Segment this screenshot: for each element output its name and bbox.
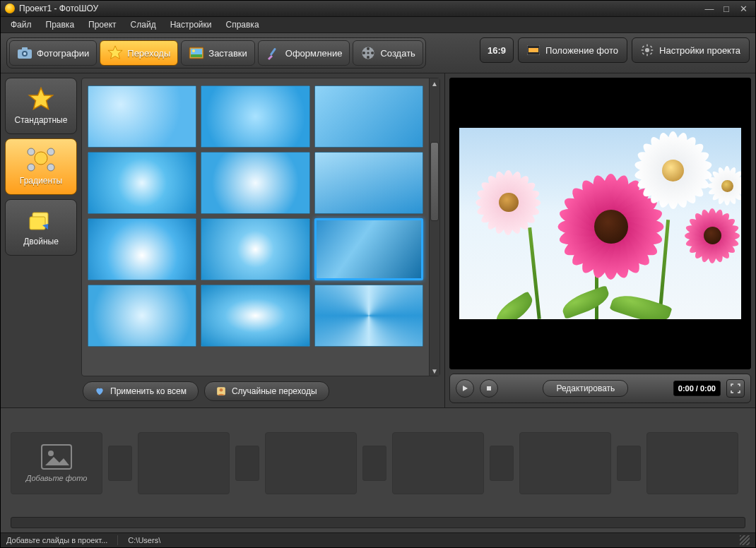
maximize-button[interactable]: □ bbox=[719, 4, 734, 13]
apply-all-label: Применить ко всем bbox=[110, 386, 187, 396]
scroll-down-icon[interactable]: ▼ bbox=[430, 366, 439, 376]
transition-thumb[interactable] bbox=[88, 152, 196, 214]
transition-thumb[interactable] bbox=[314, 85, 423, 148]
transition-thumb[interactable] bbox=[88, 218, 196, 280]
minimize-button[interactable]: — bbox=[702, 4, 717, 13]
grid-scrollbar[interactable]: ▲ ▼ bbox=[429, 78, 439, 376]
toolbar: Фотографии Переходы Заставки Оформление bbox=[1, 33, 755, 73]
resize-grip-icon[interactable] bbox=[740, 535, 750, 545]
add-photo-slot[interactable]: Добавьте фото bbox=[11, 432, 102, 494]
menu-project[interactable]: Проект bbox=[81, 18, 124, 32]
svg-rect-26 bbox=[642, 52, 644, 54]
slide-slot[interactable] bbox=[265, 432, 357, 494]
menubar: Файл Правка Проект Слайд Настройки Справ… bbox=[1, 17, 755, 33]
main-tabs: Фотографии Переходы Заставки Оформление bbox=[6, 37, 426, 68]
position-icon bbox=[527, 45, 540, 55]
svg-rect-39 bbox=[487, 386, 491, 391]
stop-button[interactable] bbox=[480, 379, 498, 398]
svg-point-29 bbox=[28, 164, 35, 171]
image-placeholder-icon bbox=[41, 444, 72, 470]
project-settings-label: Настройки проекта bbox=[659, 45, 740, 56]
aspect-ratio-label: 16:9 bbox=[488, 45, 506, 56]
category-gradients-label: Градиенты bbox=[20, 176, 62, 186]
svg-rect-25 bbox=[650, 46, 652, 48]
transition-thumb[interactable] bbox=[88, 85, 196, 148]
svg-point-31 bbox=[28, 148, 35, 155]
transition-thumb[interactable] bbox=[88, 285, 196, 347]
preview-viewport bbox=[449, 78, 751, 369]
slide-slot[interactable] bbox=[519, 432, 611, 494]
fullscreen-button[interactable] bbox=[726, 379, 745, 398]
svg-rect-19 bbox=[646, 44, 648, 47]
scroll-up-icon[interactable]: ▲ bbox=[430, 78, 439, 88]
timeline-scrollbar[interactable] bbox=[11, 517, 745, 528]
svg-rect-34 bbox=[30, 217, 45, 230]
transition-thumb[interactable] bbox=[201, 85, 309, 148]
tab-splash[interactable]: Заставки bbox=[181, 40, 254, 66]
transition-slot[interactable] bbox=[617, 446, 641, 481]
transition-slot[interactable] bbox=[490, 446, 514, 481]
right-toolbar: 16:9 Положение фото Настройки проекта bbox=[430, 37, 750, 68]
transition-thumb[interactable] bbox=[201, 285, 309, 347]
tab-transitions[interactable]: Переходы bbox=[100, 40, 178, 66]
svg-point-8 bbox=[192, 49, 195, 52]
transition-thumb[interactable] bbox=[314, 285, 423, 347]
close-button[interactable]: ✕ bbox=[736, 4, 751, 13]
category-double-label: Двойные bbox=[23, 237, 59, 246]
slide-slot[interactable] bbox=[392, 432, 484, 494]
transition-slot[interactable] bbox=[235, 446, 259, 481]
svg-point-3 bbox=[23, 52, 26, 55]
slide-slot[interactable] bbox=[646, 432, 738, 494]
tab-create-label: Создать bbox=[380, 48, 415, 59]
picture-icon bbox=[189, 45, 204, 61]
transition-slot[interactable] bbox=[108, 446, 132, 481]
category-gradients[interactable]: Градиенты bbox=[5, 138, 77, 195]
transitions-grid bbox=[82, 78, 429, 376]
tab-create[interactable]: Создать bbox=[353, 40, 423, 66]
time-display: 0:00 / 0:00 bbox=[673, 381, 721, 396]
menu-settings[interactable]: Настройки bbox=[163, 18, 219, 32]
category-standard[interactable]: Стандартные bbox=[5, 78, 77, 134]
edit-button[interactable]: Редактировать bbox=[543, 380, 628, 397]
status-hint: Добавьте слайды в проект... bbox=[6, 536, 107, 544]
gear-icon bbox=[641, 44, 654, 56]
status-separator bbox=[117, 535, 118, 545]
timeline-strip[interactable]: Добавьте фото bbox=[11, 415, 745, 511]
transition-thumb[interactable] bbox=[201, 218, 309, 280]
svg-point-14 bbox=[362, 52, 365, 54]
svg-point-28 bbox=[35, 152, 47, 165]
preview-controls: Редактировать 0:00 / 0:00 bbox=[449, 374, 751, 403]
transition-thumb[interactable] bbox=[201, 152, 309, 214]
svg-marker-27 bbox=[30, 88, 53, 109]
play-button[interactable] bbox=[456, 379, 474, 398]
titlebar: Проект1 - ФотоШОУ — □ ✕ bbox=[1, 1, 755, 17]
transition-thumb[interactable] bbox=[314, 218, 423, 280]
menu-edit[interactable]: Правка bbox=[39, 18, 82, 32]
timeline: Добавьте фото bbox=[1, 407, 755, 532]
reel-icon bbox=[360, 45, 376, 61]
menu-file[interactable]: Файл bbox=[4, 18, 39, 32]
tab-design[interactable]: Оформление bbox=[258, 40, 350, 66]
star-icon bbox=[27, 87, 55, 112]
svg-point-13 bbox=[367, 56, 370, 59]
svg-rect-22 bbox=[651, 49, 653, 51]
category-double[interactable]: Двойные bbox=[5, 199, 77, 256]
transition-slot[interactable] bbox=[362, 446, 386, 481]
menu-help[interactable]: Справка bbox=[218, 18, 266, 32]
random-button[interactable]: Случайные переходы bbox=[204, 381, 329, 401]
photo-position-label: Положение фото bbox=[545, 45, 618, 56]
scroll-handle[interactable] bbox=[430, 142, 439, 221]
svg-rect-24 bbox=[650, 52, 652, 54]
tab-photos[interactable]: Фотографии bbox=[9, 40, 97, 66]
star-icon bbox=[107, 45, 123, 61]
apply-all-button[interactable]: Применить ко всем bbox=[83, 381, 199, 401]
left-pane: Стандартные Градиенты Двойные bbox=[1, 73, 445, 407]
svg-marker-4 bbox=[108, 46, 122, 59]
slide-slot[interactable] bbox=[138, 432, 230, 494]
menu-slide[interactable]: Слайд bbox=[124, 18, 163, 32]
aspect-ratio-button[interactable]: 16:9 bbox=[480, 37, 514, 63]
transition-thumb[interactable] bbox=[314, 152, 423, 214]
edit-label: Редактировать bbox=[556, 383, 615, 393]
photo-position-button[interactable]: Положение фото bbox=[518, 37, 627, 63]
project-settings-button[interactable]: Настройки проекта bbox=[632, 37, 750, 63]
